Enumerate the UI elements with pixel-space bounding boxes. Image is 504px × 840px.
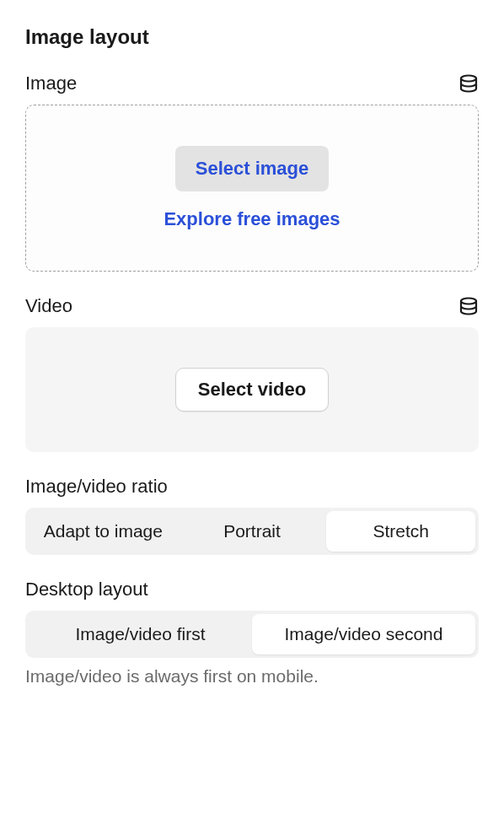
explore-free-images-link[interactable]: Explore free images bbox=[164, 208, 340, 230]
layout-helper-text: Image/video is always first on mobile. bbox=[25, 666, 479, 687]
ratio-label: Image/video ratio bbox=[25, 476, 168, 498]
select-image-button[interactable]: Select image bbox=[175, 146, 330, 191]
ratio-segmented: Adapt to image Portrait Stretch bbox=[25, 508, 479, 555]
video-dropzone[interactable]: Select video bbox=[25, 327, 479, 452]
video-label: Video bbox=[25, 295, 72, 317]
ratio-option-portrait[interactable]: Portrait bbox=[178, 511, 327, 552]
image-label: Image bbox=[25, 73, 77, 94]
video-field: Video Select video bbox=[25, 295, 479, 452]
svg-point-1 bbox=[461, 299, 476, 304]
database-icon[interactable] bbox=[458, 297, 479, 315]
select-video-button[interactable]: Select video bbox=[175, 368, 329, 412]
layout-option-second[interactable]: Image/video second bbox=[252, 614, 475, 654]
layout-label: Desktop layout bbox=[25, 579, 148, 600]
database-icon[interactable] bbox=[458, 74, 479, 93]
ratio-field: Image/video ratio Adapt to image Portrai… bbox=[25, 476, 479, 555]
section-title: Image layout bbox=[25, 25, 479, 49]
image-field: Image Select image Explore free images bbox=[25, 73, 479, 272]
ratio-option-stretch[interactable]: Stretch bbox=[326, 511, 475, 552]
svg-point-0 bbox=[461, 76, 476, 82]
layout-segmented: Image/video first Image/video second bbox=[25, 611, 479, 658]
image-dropzone[interactable]: Select image Explore free images bbox=[25, 105, 479, 272]
layout-field: Desktop layout Image/video first Image/v… bbox=[25, 579, 479, 687]
layout-option-first[interactable]: Image/video first bbox=[29, 614, 252, 654]
ratio-option-adapt[interactable]: Adapt to image bbox=[29, 511, 178, 552]
